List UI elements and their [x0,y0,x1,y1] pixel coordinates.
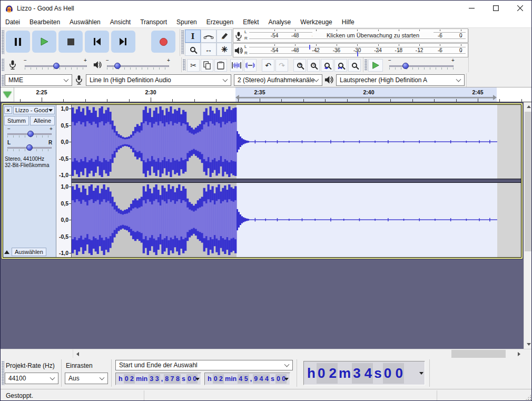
waveform-area[interactable] [72,105,521,257]
envelope-tool-button[interactable] [201,30,216,43]
chevron-down-icon [50,375,55,380]
track-canvas[interactable]: × Lizzo - Good Stumm Alleine − + [1,102,532,349]
multi-tool-button[interactable]: ✳ [216,43,232,56]
menu-ansicht[interactable]: Ansicht [105,17,135,27]
minimize-button[interactable] [459,1,484,16]
menu-analyse[interactable]: Analyse [264,17,296,27]
menu-werkzeuge[interactable]: Werkzeuge [295,17,337,27]
play-speed-thumb[interactable] [402,63,409,69]
pan-thumb[interactable] [26,144,33,151]
meter-tick [357,30,358,31]
time-digit-group[interactable]: 0 0 [383,363,404,384]
time-digit-group[interactable]: 3 3 [149,374,160,384]
draw-tool-button[interactable] [216,30,232,43]
collapse-track-icon[interactable] [4,250,9,254]
vertical-scale-ruler[interactable]: 1,00,50,0-0,5-1,01,00,50,0-0,5-1,0 [56,105,72,257]
playback-device-dropdown[interactable]: Lautsprecher (High Definition A [336,74,465,86]
time-digit-group[interactable]: 3 4 [352,363,373,384]
time-digit-group[interactable]: 0 2 [213,374,224,384]
zoom-in-button[interactable]: + [293,59,306,72]
menu-hilfe[interactable]: Hilfe [337,17,359,27]
scroll-up-button[interactable] [524,102,532,111]
trim-outside-selection-button[interactable] [230,59,243,72]
selection-tool-button[interactable]: I [185,30,201,43]
solo-button[interactable]: Alleine [30,116,55,125]
menu-spuren[interactable]: Spuren [172,17,202,27]
time-digit-group[interactable]: 8 7 8 [164,374,181,384]
transport-toolbar-grabber[interactable] [2,30,4,54]
time-digit-group[interactable]: 0 2 [317,363,338,384]
play-at-speed-button[interactable] [368,59,383,72]
menu-erzeugen[interactable]: Erzeugen [202,17,238,27]
play-button[interactable] [32,31,56,53]
gain-thumb[interactable] [27,131,34,137]
stop-button[interactable] [58,31,83,53]
menu-effekt[interactable]: Effekt [238,17,263,27]
menu-transport[interactable]: Transport [135,17,172,27]
silence-selection-button[interactable] [244,59,257,72]
play-speed-slider[interactable] [389,65,454,67]
track-control-panel[interactable]: × Lizzo - Good Stumm Alleine − + [3,105,56,257]
maximize-button[interactable] [484,1,508,16]
tools-toolbar-grabber[interactable] [181,30,184,54]
fit-project-button[interactable]: ▸◂ [334,59,347,72]
selection-end-field[interactable]: h0 2min4 5,9 4 4s0 0 [204,373,290,385]
play-at-speed-grabber[interactable] [364,59,367,71]
audio-host-dropdown[interactable]: MME [5,74,72,86]
redo-button[interactable]: ↷ [275,59,288,72]
timeline-options-button[interactable] [1,87,14,102]
quick-play-selection-bar[interactable] [239,97,494,99]
menu-bearbeiten[interactable]: Bearbeiten [25,17,65,27]
skip-to-start-button[interactable] [85,31,109,53]
horizontal-scrollbar[interactable] [73,349,524,358]
horizontal-scroll-thumb[interactable] [451,350,506,358]
close-button[interactable] [508,1,532,16]
timeline-ruler[interactable]: 2:252:302:352:402:45 [1,87,532,102]
select-track-button[interactable]: Auswählen [12,248,46,256]
recording-channels-dropdown[interactable]: 2 (Stereo) Aufnahmekanäle [234,74,322,86]
audio-track[interactable]: × Lizzo - Good Stumm Alleine − + [2,103,523,259]
zoom-tool-button[interactable] [185,43,201,56]
project-rate-dropdown[interactable]: 44100 [5,373,58,384]
scroll-left-button[interactable] [73,349,82,358]
selection-start-field[interactable]: h0 2min3 3,8 7 8s0 0 [115,373,201,385]
audio-position-counter[interactable]: h0 2m3 4s0 0 [303,361,425,385]
vertical-scroll-thumb[interactable] [525,112,532,251]
menu-datei[interactable]: Datei [1,17,25,27]
copy-button[interactable] [201,59,213,72]
time-digit-group[interactable]: 0 2 [124,374,135,384]
snap-dropdown[interactable]: Aus [65,373,108,384]
title-bar[interactable]: Lizzo - Good As Hell [1,1,532,16]
record-button[interactable] [151,31,175,53]
selection-toolbar-grabber[interactable] [2,361,4,385]
zoom-out-button[interactable]: − [307,59,320,72]
separator [144,390,144,401]
recording-device-dropdown[interactable]: Line In (High Definition Audio [86,74,231,86]
close-track-button[interactable]: × [4,106,12,114]
paste-button[interactable] [214,59,227,72]
fit-selection-button[interactable]: ◂▸ [321,59,333,72]
pause-button[interactable] [6,31,30,53]
mute-button[interactable]: Stumm [4,116,29,125]
time-shift-tool-button[interactable]: ↔ [201,43,216,56]
meter-tick [316,30,317,31]
scroll-down-button[interactable] [524,340,532,349]
vertical-scrollbar[interactable] [524,102,532,349]
meter-tick [378,51,379,52]
zoom-toggle-button[interactable] [348,59,361,72]
monitoring-hint-text[interactable]: Klicken um Überwachung zu starten [312,32,434,38]
cut-button[interactable]: ✂ [187,59,200,72]
scroll-right-button[interactable] [515,349,524,358]
track-title-button[interactable]: Lizzo - Good [13,106,55,114]
selection-mode-dropdown[interactable]: Start und Ende der Auswahl [115,360,293,370]
skip-to-end-button[interactable] [111,31,135,53]
playback-meter[interactable]: L R -54-48-42-36-30-24-18-12-60 [233,43,468,57]
device-toolbar-grabber[interactable] [2,75,4,86]
undo-button[interactable]: ↶ [262,59,274,72]
amplitude-scale-label: -1,0 [59,172,68,178]
recording-meter[interactable]: L R -54-48-42-36-30-24-18-12-60 Klicken … [233,28,468,43]
time-digit-group[interactable]: 9 4 4 [253,374,270,384]
menu-auswaehlen[interactable]: Auswählen [65,17,105,27]
resize-grip[interactable] [525,394,531,400]
time-digit-group[interactable]: 4 5 [238,374,249,384]
